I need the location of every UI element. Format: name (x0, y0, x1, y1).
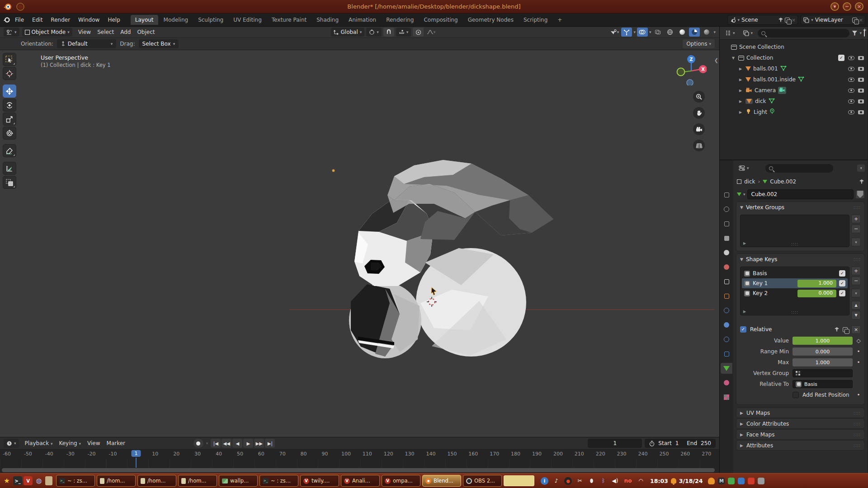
properties-tab-physics[interactable] (721, 334, 732, 345)
snap-settings[interactable]: ▾ (396, 28, 411, 37)
playhead-badge[interactable]: 1 (132, 450, 141, 457)
launcher-terminal-icon[interactable]: >_ (13, 476, 22, 485)
tray-red-app-icon[interactable] (748, 478, 755, 484)
mode-selector[interactable]: Object Mode ▾ (22, 28, 72, 37)
outliner-row-scene-collection[interactable]: Scene Collection (721, 42, 867, 52)
viewport-menu-object[interactable]: Object (134, 28, 158, 36)
pivot-point-selector[interactable]: ▾ (366, 28, 382, 37)
disable-in-renders-icon[interactable] (858, 56, 864, 60)
shading-wireframe-button[interactable] (665, 28, 675, 37)
menu-window[interactable]: Window (74, 15, 104, 24)
workspace-tab-compositing[interactable]: Compositing (419, 15, 462, 25)
current-frame-field[interactable]: 1 (588, 439, 642, 448)
gizmos-dropdown[interactable]: ▾ (633, 30, 636, 34)
overlays-dropdown[interactable]: ▾ (649, 30, 651, 34)
properties-tab-render[interactable] (721, 204, 732, 215)
taskbar-window-wallp-[interactable]: wallp... (219, 475, 258, 487)
unlink-scene-icon[interactable]: × (792, 17, 796, 23)
taskbar-window-blend-[interactable]: Blend... (422, 475, 461, 487)
outliner-row-light[interactable]: ▶Light (721, 107, 867, 117)
tray-chat-app-icon[interactable] (728, 478, 735, 484)
panel-grip[interactable]: :::: (854, 411, 861, 415)
panel-color-attributes[interactable]: ▶Color Attributes:::: (736, 418, 865, 429)
workspace-tab-rendering[interactable]: Rendering (382, 15, 418, 25)
taskbar-window--zs-[interactable]: >_~ : zs... (56, 475, 95, 487)
shape-keys-list[interactable]: ▶ :::: Basis✓Key 11.000✓Key 20.000✓ (740, 267, 849, 315)
shape-key-row-key-1[interactable]: Key 11.000✓ (742, 278, 848, 288)
pan-button[interactable] (693, 107, 705, 119)
datablock-name-field[interactable]: Cube.002 (747, 189, 854, 199)
properties-tab-constraints[interactable] (721, 348, 732, 359)
sidebar-collapse-arrow[interactable]: ❮ (714, 57, 718, 63)
color-swatch-button[interactable] (504, 475, 534, 486)
panel-face-maps[interactable]: ▶Face Maps:::: (736, 429, 865, 440)
properties-tab-world[interactable] (721, 262, 732, 272)
outliner-row-dick[interactable]: ▶dick (721, 96, 867, 107)
blender-menu-icon[interactable] (3, 16, 11, 24)
animate-dot[interactable]: • (856, 392, 861, 398)
menu-edit[interactable]: Edit (28, 15, 47, 24)
menu-file[interactable]: File (11, 15, 28, 24)
shape-key-row-basis[interactable]: Basis✓ (742, 268, 848, 278)
properties-tab-texture[interactable] (721, 392, 732, 403)
start-value[interactable]: 1 (675, 440, 679, 446)
shading-material-button[interactable] (689, 28, 700, 37)
panel-grip[interactable]: :::: (854, 257, 861, 262)
scene-selector[interactable]: ▾ Scene × (727, 15, 798, 25)
vertex-groups-header[interactable]: ▼ Vertex Groups :::: (736, 202, 864, 213)
outliner-editor-type-button[interactable]: ▾ (722, 28, 738, 38)
workspace-tab-uv-editing[interactable]: UV Editing (229, 15, 266, 25)
pin-icon[interactable] (778, 18, 783, 22)
field-value[interactable]: 1.000 (793, 337, 853, 345)
shape-key-pin-icon[interactable] (835, 327, 839, 332)
expander-icon[interactable]: ▼ (731, 56, 736, 60)
breadcrumb-object[interactable]: dick (744, 178, 755, 185)
play-reverse-button[interactable]: ◀ (232, 439, 242, 448)
move-shape-key-up-button[interactable]: ▲ (851, 301, 861, 310)
expander-icon[interactable]: ▶ (738, 99, 743, 103)
vertex-group-field[interactable] (793, 369, 853, 377)
taskbar-window--hom-[interactable]: /hom... (137, 475, 176, 487)
fake-user-button[interactable] (855, 190, 865, 199)
properties-tab-tool[interactable] (721, 189, 732, 200)
add-shape-key-button[interactable]: + (851, 267, 861, 275)
tray-blue-app-icon[interactable] (738, 478, 745, 484)
auto-keying-toggle[interactable] (193, 439, 203, 448)
timeline-editor-type-button[interactable]: ▾ (4, 439, 19, 448)
tray-bluetooth-icon[interactable]: ᛒ (599, 477, 607, 485)
panel-uv-maps[interactable]: ▶UV Maps:::: (736, 408, 865, 418)
disable-in-renders-icon[interactable] (858, 78, 864, 82)
xray-toggle[interactable] (652, 28, 663, 37)
panel-grip[interactable]: :::: (854, 432, 861, 437)
proportional-falloff-selector[interactable]: ▾ (425, 28, 436, 37)
shape-key-mute-checkbox[interactable]: ✓ (839, 280, 845, 286)
tray-microphone-icon[interactable]: ⬮ (588, 477, 595, 485)
relative-to-field[interactable]: Basis (793, 380, 853, 388)
animate-dot[interactable]: • (856, 359, 861, 366)
relative-checkbox[interactable]: ✓ (740, 326, 746, 333)
hide-in-viewport-icon[interactable] (848, 89, 854, 93)
launcher-favorites-star-icon[interactable]: ★ (2, 476, 12, 486)
hide-in-viewport-icon[interactable] (848, 78, 854, 82)
properties-tab-modifiers[interactable] (721, 305, 732, 316)
animate-dot[interactable]: • (856, 348, 861, 355)
disable-in-renders-icon[interactable] (858, 99, 864, 103)
taskbar-window-anali-[interactable]: VAnali... (341, 475, 380, 487)
workspace-tab-+[interactable]: + (553, 15, 566, 25)
expander-icon[interactable]: ▶ (738, 67, 743, 71)
perspective-toggle-button[interactable] (693, 140, 705, 151)
taskbar-window--hom-[interactable]: /hom... (178, 475, 217, 487)
taskbar-window--hom-[interactable]: /hom... (97, 475, 136, 487)
panel-grip[interactable]: :::: (854, 205, 861, 210)
taskbar-window-obs-2-[interactable]: OBS 2... (463, 475, 502, 487)
camera-view-button[interactable] (693, 123, 705, 135)
remove-vertex-group-button[interactable]: − (851, 225, 861, 233)
add-vertex-group-button[interactable]: + (851, 215, 861, 223)
shading-rendered-button[interactable] (701, 28, 712, 37)
workspace-tab-animation[interactable]: Animation (344, 15, 381, 25)
hide-in-viewport-icon[interactable] (848, 67, 854, 71)
outliner-row-camera[interactable]: ▶Camera (721, 85, 867, 96)
next-keyframe-button[interactable]: ▶▶ (254, 439, 264, 448)
options-button[interactable]: Options ▾ (683, 39, 715, 48)
tool-select-box[interactable] (3, 53, 16, 66)
